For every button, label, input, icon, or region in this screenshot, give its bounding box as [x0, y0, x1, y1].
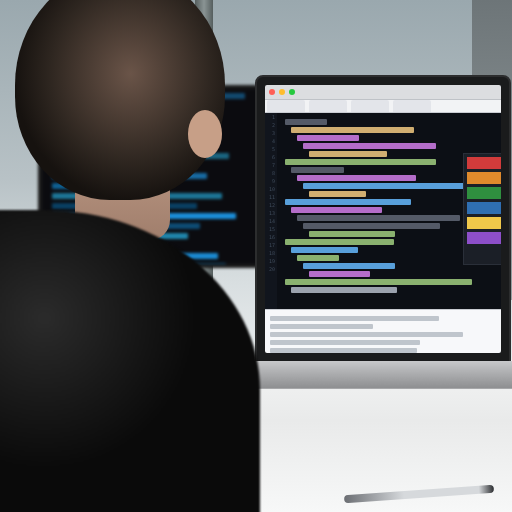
- person-silhouette: [0, 0, 260, 512]
- window-control-dot: [269, 89, 275, 95]
- color-swatch: [467, 187, 501, 199]
- color-swatch: [467, 202, 501, 214]
- terminal-panel: [265, 309, 501, 353]
- editor-tab: [393, 100, 431, 112]
- laptop-screen: 1234567891011121314151617181920: [265, 85, 501, 353]
- editor-tab: [351, 100, 389, 112]
- head: [15, 0, 225, 200]
- ear: [188, 110, 222, 158]
- laptop-lid: 1234567891011121314151617181920: [255, 75, 511, 369]
- color-swatch: [467, 232, 501, 244]
- editor-tabbar: [265, 100, 501, 113]
- shoulder: [0, 210, 260, 512]
- editor-tab: [267, 100, 305, 112]
- color-swatch: [467, 157, 501, 169]
- color-swatch: [467, 172, 501, 184]
- photo-scene: 1234567891011121314151617181920: [0, 0, 512, 512]
- editor-tab: [309, 100, 347, 112]
- color-panel: [463, 153, 501, 265]
- window-control-dot: [279, 89, 285, 95]
- line-number-gutter: 1234567891011121314151617181920: [265, 113, 277, 309]
- color-swatch: [467, 217, 501, 229]
- code-editor: 1234567891011121314151617181920: [265, 113, 501, 309]
- laptop: 1234567891011121314151617181920: [255, 75, 507, 405]
- laptop-base: [236, 361, 512, 389]
- window-control-dot: [289, 89, 295, 95]
- window-titlebar: [265, 85, 501, 100]
